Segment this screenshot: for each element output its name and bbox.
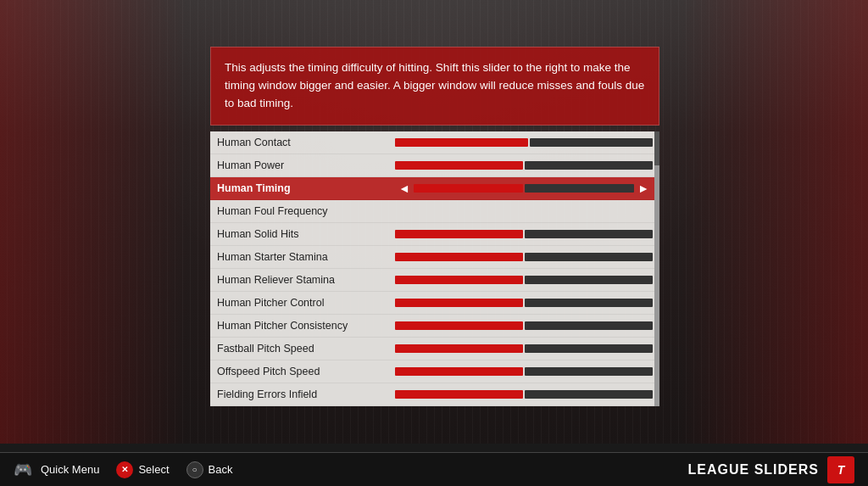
slider-bar-area (395, 367, 653, 376)
slider-label: Human Pitcher Consistency (217, 320, 395, 332)
slider-label: Human Foul Frequency (217, 205, 395, 217)
bar-fill (395, 161, 523, 170)
bar-fill (395, 299, 523, 307)
slider-bar-area (395, 230, 653, 238)
bar-track (395, 367, 653, 376)
bar-track (395, 344, 653, 353)
bar-empty (525, 390, 653, 399)
bar-empty (525, 299, 653, 307)
slider-bar-area (395, 390, 653, 399)
slider-label: Human Power (217, 159, 395, 171)
slider-bar-area (395, 276, 653, 284)
slider-row[interactable]: Fastball Pitch Speed (210, 338, 659, 360)
slider-row[interactable]: Human Solid Hits (210, 223, 659, 246)
slider-label: Fastball Pitch Speed (217, 343, 395, 355)
bar-track (395, 138, 653, 147)
arrow-right-icon[interactable]: ► (634, 182, 653, 195)
gamepad-icon: 🎮 (14, 461, 32, 479)
bar-fill (395, 253, 523, 261)
slider-row[interactable]: Human Power (210, 154, 659, 177)
bar-fill (395, 276, 523, 284)
back-control: ○ Back (186, 461, 233, 478)
bar-empty (525, 161, 653, 170)
bar-track (395, 390, 653, 399)
bar-fill (395, 344, 523, 353)
bar-track (414, 184, 634, 193)
scroll-thumb (654, 131, 659, 165)
slider-label: Human Contact (217, 137, 395, 148)
slider-row[interactable]: Human Foul Frequency (210, 200, 659, 223)
bar-track (395, 253, 653, 261)
slider-bar-area (395, 253, 653, 261)
bar-empty (525, 253, 653, 261)
slider-label: Offspeed Pitch Speed (217, 366, 395, 377)
slider-bar-area (395, 321, 653, 330)
bar-track (395, 230, 653, 238)
slider-label: Human Timing (217, 182, 395, 194)
arrow-left-icon[interactable]: ◄ (395, 182, 414, 195)
slider-row[interactable]: Human Timing◄► (210, 177, 659, 200)
scroll-indicator[interactable] (654, 131, 659, 406)
slider-label: Human Solid Hits (217, 228, 395, 240)
quick-menu-control: 🎮 Quick Menu (14, 461, 99, 479)
back-button[interactable]: ○ (186, 461, 203, 478)
bar-track (395, 276, 653, 284)
team-abbr: T (837, 463, 845, 477)
slider-label: Human Reliever Stamina (217, 274, 395, 286)
page-title: LEAGUE SLIDERS (688, 462, 819, 478)
bar-empty (525, 184, 634, 193)
slider-row[interactable]: Human Contact (210, 131, 659, 154)
bar-empty (530, 138, 653, 147)
sliders-panel: Human ContactHuman PowerHuman Timing◄►Hu… (210, 131, 659, 406)
back-label: Back (209, 463, 233, 476)
bar-fill (414, 184, 523, 193)
main-content: This adjusts the timing difficulty of hi… (0, 0, 868, 486)
slider-bar-area (395, 344, 653, 353)
bar-fill (395, 390, 523, 399)
slider-label: Human Pitcher Control (217, 297, 395, 309)
bar-fill (395, 138, 528, 147)
slider-row[interactable]: Human Starter Stamina (210, 246, 659, 269)
slider-row[interactable]: Human Pitcher Consistency (210, 315, 659, 338)
bar-track (395, 321, 653, 330)
bar-fill (395, 230, 523, 238)
bar-empty (525, 321, 653, 330)
slider-bar-area (395, 299, 653, 307)
bar-empty (525, 344, 653, 353)
slider-label: Fielding Errors Infield (217, 388, 395, 400)
slider-label: Human Starter Stamina (217, 251, 395, 263)
slider-bar-area (395, 138, 653, 147)
slider-row[interactable]: Fielding Errors Infield (210, 383, 659, 406)
team-logo: T (827, 456, 854, 483)
bar-fill (395, 367, 523, 376)
bar-fill (395, 321, 523, 330)
bar-empty (525, 230, 653, 238)
select-control: ✕ Select (116, 461, 169, 478)
slider-row[interactable]: Offspeed Pitch Speed (210, 360, 659, 383)
slider-row[interactable]: Human Pitcher Control (210, 292, 659, 315)
bottom-controls: 🎮 Quick Menu ✕ Select ○ Back (14, 461, 688, 479)
bar-track (395, 299, 653, 307)
description-text: This adjusts the timing difficulty of hi… (225, 61, 644, 109)
description-box: This adjusts the timing difficulty of hi… (210, 47, 659, 126)
slider-row[interactable]: Human Reliever Stamina (210, 269, 659, 292)
slider-bar-area: ◄► (395, 182, 653, 195)
bar-empty (525, 367, 653, 376)
select-button[interactable]: ✕ (116, 461, 133, 478)
slider-bar-area (395, 161, 653, 170)
bar-track (395, 161, 653, 170)
select-label: Select (138, 463, 169, 476)
bar-empty (525, 276, 653, 284)
bottom-right: LEAGUE SLIDERS T (688, 456, 854, 483)
quick-menu-label: Quick Menu (41, 463, 99, 476)
bottom-bar: 🎮 Quick Menu ✕ Select ○ Back LEAGUE SLID… (0, 452, 868, 486)
